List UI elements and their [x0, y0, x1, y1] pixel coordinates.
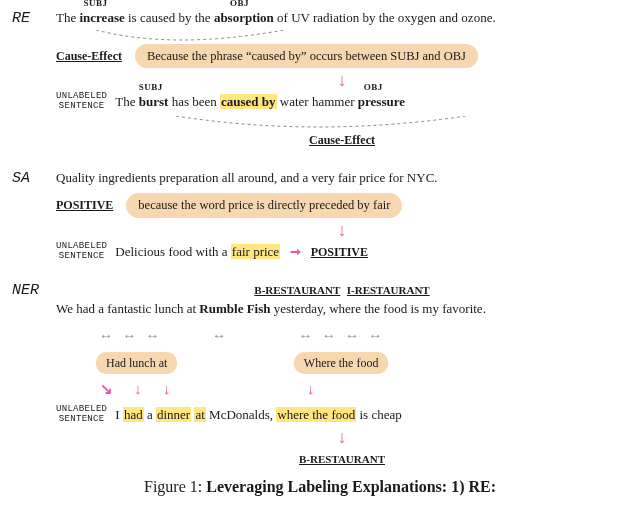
unlabeled-tag: UNLABELED SENTENCE — [56, 92, 107, 112]
ner-unlabeled-sentence: I had a dinner at McDonalds, where the f… — [115, 405, 401, 425]
pink-arrow-icon: ↓ — [134, 385, 142, 394]
ner-ent2: Fish — [247, 301, 271, 316]
dash-connector — [56, 30, 628, 44]
figure-caption: Figure 1: Leveraging Labeling Explanatio… — [12, 478, 628, 496]
double-arrow-icon: ↔ — [342, 325, 362, 346]
double-arrow-icon: ↔ — [143, 325, 163, 346]
txt: The — [56, 10, 79, 25]
task-sa: SA Quality ingredients preparation all a… — [12, 168, 628, 262]
re-u-obj: pressure — [358, 94, 405, 109]
hl: at — [194, 407, 205, 422]
re-label: Cause-Effect — [56, 49, 122, 63]
re-subj: increase — [79, 10, 124, 25]
subj-role: SUBJ — [83, 0, 107, 11]
ner-ent1: Rumble — [199, 301, 243, 316]
double-arrow-icon: ↔ — [319, 325, 339, 346]
txt: of UV radiation by the oxygen and ozone. — [274, 10, 496, 25]
re-label-out: Cause-Effect — [309, 133, 375, 147]
double-arrow-icon: ↔ — [119, 325, 139, 346]
hl: dinner — [156, 407, 191, 422]
ner-unlabeled-row: UNLABELED SENTENCE I had a dinner at McD… — [56, 405, 628, 425]
sa-explanation-bubble: because the word price is directly prece… — [126, 193, 402, 218]
ner-tag-out: B-RESTAURANT — [299, 453, 385, 465]
re-unlabeled-sentence: The SUBJburst has been caused by water h… — [115, 92, 405, 112]
obj-role: OBJ — [364, 81, 383, 95]
ner-expl1-bubble: Had lunch at — [96, 352, 177, 374]
task-label-re: RE — [12, 10, 30, 27]
task-re: RE The SUBJincrease is caused by the OBJ… — [12, 8, 628, 150]
obj-role: OBJ — [230, 0, 249, 11]
re-sentence: The SUBJincrease is caused by the OBJabs… — [56, 8, 628, 28]
ner-tag-i: I-RESTAURANT — [347, 284, 430, 296]
txt: McDonalds, — [206, 407, 276, 422]
ner-sentence: We had a fantastic lunch at Rumble Fish … — [56, 299, 628, 319]
unlabeled-tag: UNLABELED SENTENCE — [56, 242, 107, 262]
txt: I — [115, 407, 123, 422]
ner-tag-b: B-RESTAURANT — [254, 284, 340, 296]
hl: where the food — [276, 407, 356, 422]
sa-unlabeled-row: UNLABELED SENTENCE Delicious food with a… — [56, 242, 628, 262]
pink-arrow-icon: ↓ — [338, 75, 347, 86]
ner-bubble-row: Had lunch at Where the food — [56, 352, 628, 374]
task-label-sa: SA — [12, 170, 30, 187]
task-label-ner: NER — [12, 282, 39, 299]
pink-arrow-icon: ↓ — [307, 385, 315, 394]
pink-arrow-icon: ↓ — [338, 225, 347, 236]
sa-u-highlight: fair price — [231, 244, 280, 259]
re-explanation-bubble: Because the phrase “caused by” occurs be… — [135, 44, 478, 69]
dash-connector — [56, 116, 628, 130]
re-label-row: Cause-Effect Because the phrase “caused … — [56, 44, 628, 69]
txt: Delicious food with a — [115, 244, 231, 259]
ner-pink-arrows: ↘ ↓ ↓ ↓ — [56, 380, 628, 400]
sa-sentence: Quality ingredients preparation all arou… — [56, 168, 628, 188]
txt: We had a fantastic lunch at — [56, 301, 199, 316]
sa-label-out: POSITIVE — [311, 245, 368, 259]
re-unlabeled-row: UNLABELED SENTENCE The SUBJburst has bee… — [56, 92, 628, 112]
double-arrow-icon: ↔ — [296, 325, 316, 346]
pink-arrow-icon: ↓ — [163, 385, 171, 394]
txt: is caused by the — [125, 10, 214, 25]
pink-arrow-right-icon: ➞ — [290, 244, 301, 259]
double-arrow-icon: ↔ — [209, 325, 229, 346]
txt: water hammer — [277, 94, 358, 109]
hl: had — [123, 407, 144, 422]
ner-gray-arrows: ↔ ↔ ↔ ↔ ↔ ↔ ↔ ↔ — [56, 325, 628, 346]
caption-title: Leveraging Labeling Explanations: 1) RE: — [206, 478, 496, 495]
txt: a — [144, 407, 156, 422]
sa-label: POSITIVE — [56, 198, 113, 212]
re-obj: absorption — [214, 10, 274, 25]
txt: is cheap — [356, 407, 401, 422]
double-arrow-icon: ↔ — [96, 325, 116, 346]
txt: The — [115, 94, 138, 109]
unlabeled-tag: UNLABELED SENTENCE — [56, 405, 107, 425]
txt: has been — [168, 94, 220, 109]
sa-label-row: POSITIVE because the word price is direc… — [56, 193, 628, 218]
ner-expl2-bubble: Where the food — [294, 352, 389, 374]
pink-arrow-icon: ↘ — [100, 385, 113, 394]
sa-unlabeled-sentence: Delicious food with a fair price ➞ POSIT… — [115, 242, 368, 262]
double-arrow-icon: ↔ — [365, 325, 385, 346]
txt: yesterday, where the food is my favorite… — [271, 301, 486, 316]
re-u-highlight: caused by — [220, 94, 277, 109]
subj-role: SUBJ — [139, 81, 163, 95]
caption-prefix: Figure 1: — [144, 478, 206, 495]
task-ner: NER B-RESTAURANT I-RESTAURANT We had a f… — [12, 280, 628, 469]
re-u-subj: burst — [139, 94, 169, 109]
pink-arrow-icon: ↓ — [338, 432, 347, 443]
